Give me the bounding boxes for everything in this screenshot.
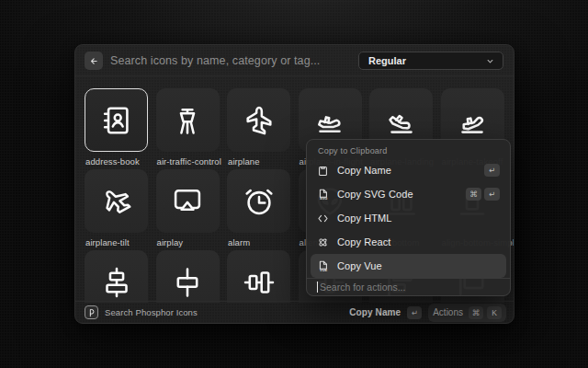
actions-search-input[interactable]: Search for actions... [307,278,510,295]
react-logo-icon [317,236,329,248]
air-traffic-control-icon [171,104,204,137]
icon-tile-label: address-book [85,156,140,167]
alarm-icon [243,185,276,218]
icon-tile-air-traffic-control[interactable] [156,88,220,152]
icon-search-input[interactable]: Search icons by name, category or tag... [110,45,320,76]
shortcut-key-badge: ↵ [484,164,500,177]
context-menu-header: Copy to Clipboard [307,140,510,158]
icon-tile-address-book[interactable] [85,88,148,152]
menu-item-copy-svg-code[interactable]: SVGCopy SVG Code⌘↵ [311,182,506,206]
icon-tile-align-center-horizontal-simple[interactable] [156,250,220,303]
enter-key-badge: ↵ [407,306,422,319]
menu-item-label: Copy React [337,236,500,247]
text-caret [317,282,318,293]
shortcut-key-badge: ⌘ [466,188,481,201]
icon-tile-label: air-traffic-control [157,156,221,167]
menu-item-copy-react[interactable]: Copy React [311,230,506,254]
icon-tile-align-center-horizontal[interactable] [85,250,148,303]
back-button[interactable] [85,52,103,70]
icon-tile-label: airplane [228,156,260,167]
menu-item-copy-html[interactable]: Copy HTML [311,206,506,230]
menu-item-copy-name[interactable]: Copy Name↵ [311,158,506,182]
style-dropdown[interactable]: Regular [358,52,503,70]
address-book-icon [100,104,133,137]
command-key-badge: ⌘ [469,306,483,319]
file-svg-icon: SVG [317,189,329,201]
icon-tile-label: alarm [228,237,250,247]
airplane-in-flight-icon [313,104,346,137]
menu-item-copy-vue[interactable]: VUECopy Vue [311,254,506,278]
airplane-icon [243,104,276,137]
style-dropdown-value: Regular [368,55,485,66]
align-center-horizontal-simple-icon [171,266,204,299]
actions-button[interactable]: Actions ⌘ K [428,304,506,322]
icon-tile-airplane-tilt[interactable] [85,169,148,233]
icon-tile-airplay[interactable] [156,169,220,233]
actions-search-placeholder: Search for actions... [320,282,405,293]
svg-text:SVG: SVG [320,196,327,201]
icon-tile-alarm[interactable] [227,169,290,233]
align-center-vertical-icon [243,266,276,299]
icon-tile-airplane[interactable] [227,88,290,152]
k-key-badge: K [487,306,502,319]
footer-bar: Search Phosphor Icons Copy Name ↵ Action… [75,301,514,323]
airplane-tilt-icon [100,185,133,218]
align-center-horizontal-icon [100,266,133,299]
airplane-landing-icon [385,104,418,137]
menu-item-label: Copy Name [337,165,476,176]
code-icon [317,213,329,224]
icon-tile-label: airplay [157,237,184,247]
icon-tile-label: airplane-tilt [85,237,130,247]
file-vue-icon: VUE [317,260,329,272]
airplay-icon [171,185,204,218]
copy-context-menu: Copy to Clipboard Copy Name↵SVGCopy SVG … [306,139,511,296]
phosphor-logo-icon [85,305,98,319]
icon-tile-align-center-vertical[interactable] [227,250,290,303]
top-search-bar: Search icons by name, category or tag...… [75,45,514,76]
menu-item-label: Copy HTML [337,213,500,224]
menu-item-label: Copy SVG Code [337,189,458,200]
svg-text:VUE: VUE [320,268,327,272]
actions-button-label: Actions [433,307,463,317]
footer-primary-action[interactable]: Copy Name [349,307,401,317]
arrow-left-icon [88,55,100,67]
chevron-down-icon [485,56,495,66]
airplane-takeoff-icon [456,104,489,137]
menu-item-label: Copy Vue [337,260,500,271]
clipboard-icon [317,165,329,177]
footer-brand-text: Search Phosphor Icons [105,307,198,317]
shortcut-key-badge: ↵ [484,188,500,201]
